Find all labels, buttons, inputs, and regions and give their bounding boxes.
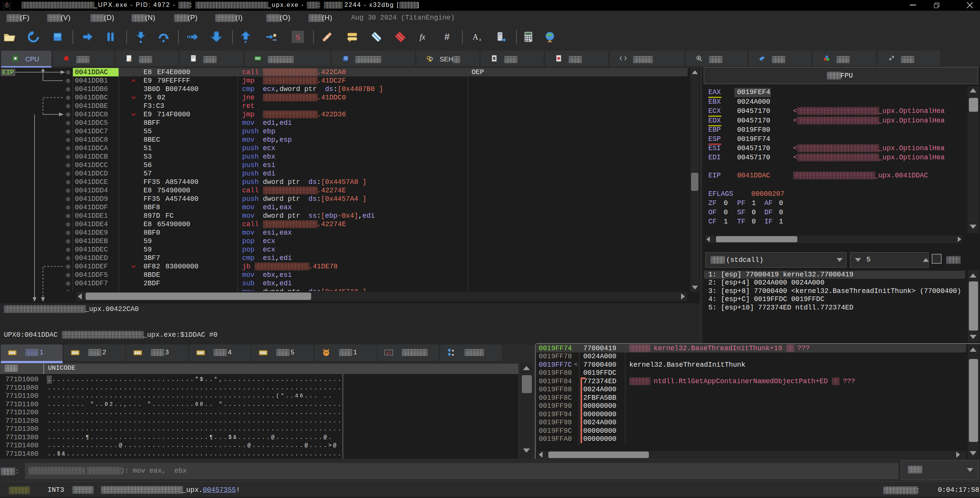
svg-text:fx: fx [420,33,426,41]
svg-text:z: z [479,37,481,41]
svg-text:32: 32 [5,2,8,5]
svg-text:#: # [444,31,450,42]
svg-text:A: A [473,33,478,41]
svg-text:S: S [295,32,300,42]
svg-text:x=: x= [386,351,391,355]
